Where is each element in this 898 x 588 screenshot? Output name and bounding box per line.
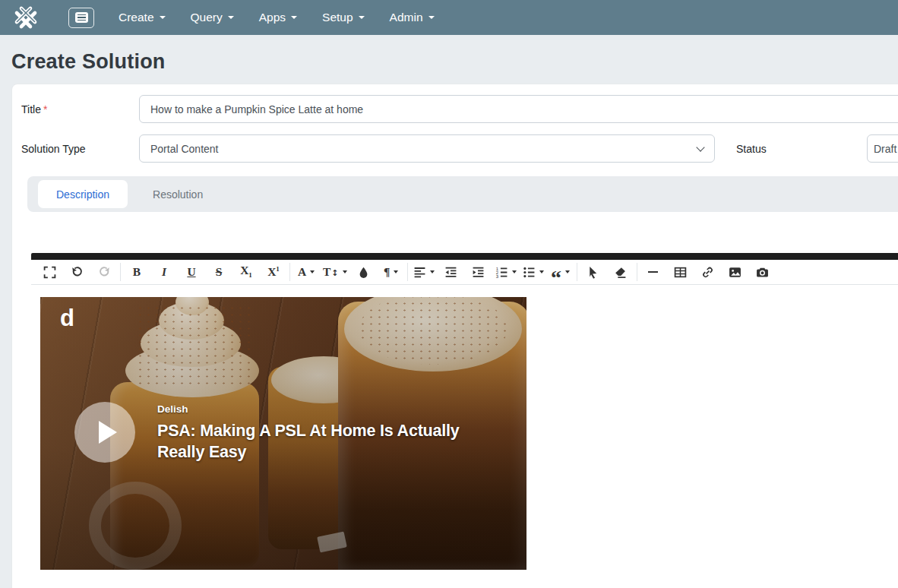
- align-icon: [413, 266, 426, 279]
- status-value: Draft: [874, 143, 896, 155]
- redo-button[interactable]: [90, 261, 118, 283]
- caret-down-icon: [394, 270, 398, 273]
- insert-video-button[interactable]: [749, 261, 776, 283]
- caret-down-icon: [359, 16, 365, 19]
- font-size-icon: T↕: [323, 266, 339, 278]
- status-label: Status: [736, 143, 867, 155]
- top-navbar: CreateQueryAppsSetupAdmin: [0, 0, 898, 35]
- title-input[interactable]: [139, 95, 898, 123]
- insert-link-button[interactable]: [694, 261, 722, 283]
- highlight-color-icon: [357, 266, 370, 279]
- italic-button[interactable]: I: [150, 261, 178, 283]
- nav-apps-menu[interactable]: Apps: [259, 11, 297, 24]
- nav-admin-menu[interactable]: Admin: [390, 11, 435, 24]
- play-button[interactable]: [74, 402, 135, 463]
- outdent-button[interactable]: [438, 261, 465, 283]
- toolbar-separator: [407, 263, 408, 281]
- paragraph-format-button[interactable]: ¶: [378, 261, 405, 283]
- editor-top-bar: [31, 253, 898, 260]
- superscript-button[interactable]: X1: [260, 261, 287, 283]
- strikethrough-button[interactable]: S: [205, 261, 232, 283]
- video-title: PSA: Making A PSL At Home Is Actually Re…: [157, 420, 460, 463]
- play-icon: [99, 421, 117, 444]
- fullscreen-icon: [43, 266, 56, 279]
- paragraph-format-icon: ¶: [384, 266, 390, 278]
- toolbar-separator: [120, 263, 121, 281]
- caret-down-icon: [565, 270, 570, 273]
- toolbar-separator: [577, 263, 577, 281]
- undo-button[interactable]: [63, 261, 90, 283]
- ordered-list-button[interactable]: 123: [492, 261, 520, 283]
- highlight-color-button[interactable]: [350, 261, 378, 283]
- toolbar-group: AT↕¶: [292, 261, 405, 283]
- solution-type-value: Portal Content: [150, 143, 219, 155]
- svg-text:3: 3: [495, 273, 498, 278]
- toolbar-group: [580, 261, 634, 283]
- insert-video-icon: [756, 266, 769, 279]
- tab-description[interactable]: Description: [38, 180, 128, 208]
- font-color-button[interactable]: A: [292, 261, 320, 283]
- select-cursor-icon: [587, 266, 599, 279]
- toolbar-group: 123“: [410, 261, 574, 283]
- title-label: Title*: [21, 103, 139, 115]
- main-menu: CreateQueryAppsSetupAdmin: [119, 11, 435, 24]
- delish-logo: d: [60, 306, 74, 330]
- subscript-icon: X1: [240, 264, 252, 279]
- page-title: Create Solution: [11, 50, 898, 74]
- editor-content-area[interactable]: d Delish PSA: Making A PSL At Home Is Ac…: [31, 285, 898, 588]
- chevron-down-icon: [696, 143, 704, 151]
- caret-down-icon: [291, 16, 297, 19]
- unordered-list-button[interactable]: [520, 261, 547, 283]
- video-brand: Delish: [157, 403, 460, 415]
- indent-button[interactable]: [465, 261, 492, 283]
- tab-resolution[interactable]: Resolution: [134, 180, 221, 208]
- tab-strip: DescriptionResolution: [27, 176, 898, 212]
- caret-down-icon: [310, 270, 315, 273]
- caret-down-icon: [228, 16, 234, 19]
- caret-down-icon: [343, 270, 347, 273]
- nav-query-menu[interactable]: Query: [191, 11, 234, 24]
- font-color-icon: A: [298, 266, 306, 278]
- solution-type-select[interactable]: Portal Content: [139, 134, 715, 163]
- underline-button[interactable]: U: [178, 261, 205, 283]
- italic-icon: I: [162, 266, 166, 278]
- caret-down-icon: [539, 270, 544, 273]
- toolbar-separator: [289, 263, 290, 281]
- font-size-button[interactable]: T↕: [320, 261, 350, 283]
- insert-image-icon: [729, 266, 741, 279]
- fullscreen-button[interactable]: [36, 261, 63, 283]
- select-cursor-button[interactable]: [580, 261, 607, 283]
- horizontal-rule-button[interactable]: [640, 261, 667, 283]
- menu-toggle-button[interactable]: [68, 8, 94, 28]
- toolbar-group: [36, 261, 118, 283]
- video-embed[interactable]: d Delish PSA: Making A PSL At Home Is Ac…: [40, 297, 526, 570]
- bold-icon: B: [133, 266, 141, 278]
- quote-button[interactable]: “: [547, 261, 574, 283]
- strikethrough-icon: S: [216, 266, 223, 278]
- toolbar-group: [640, 261, 776, 283]
- underline-icon: U: [187, 266, 195, 278]
- nav-create-menu[interactable]: Create: [119, 11, 166, 24]
- insert-table-icon: [674, 266, 687, 279]
- insert-link-icon: [701, 266, 714, 279]
- app-logo-icon[interactable]: [9, 1, 43, 34]
- insert-image-button[interactable]: [722, 261, 749, 283]
- status-select[interactable]: Draft: [867, 134, 898, 163]
- nav-setup-menu[interactable]: Setup: [322, 11, 365, 24]
- align-button[interactable]: [410, 261, 438, 283]
- toolbar-separator: [637, 263, 637, 281]
- create-solution-card: Title* Solution Type Portal Content Stat…: [11, 84, 898, 588]
- redo-icon: [98, 266, 111, 279]
- indent-icon: [472, 266, 485, 279]
- clear-formatting-button[interactable]: [607, 261, 634, 283]
- clear-formatting-icon: [614, 266, 627, 279]
- horizontal-rule-icon: [648, 271, 658, 273]
- subscript-button[interactable]: X1: [232, 261, 260, 283]
- unordered-list-icon: [523, 266, 536, 279]
- video-caption: Delish PSA: Making A PSL At Home Is Actu…: [157, 403, 460, 463]
- undo-icon: [71, 266, 84, 279]
- bold-button[interactable]: B: [123, 261, 150, 283]
- solution-type-label: Solution Type: [21, 143, 139, 155]
- insert-table-button[interactable]: [667, 261, 694, 283]
- caret-down-icon: [512, 270, 517, 273]
